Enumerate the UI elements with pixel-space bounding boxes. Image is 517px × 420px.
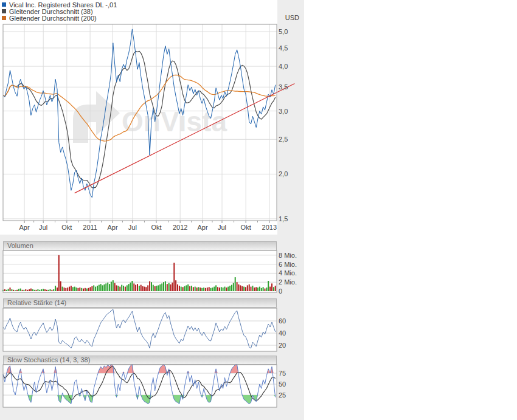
price-axis-label: 3,5 — [279, 83, 288, 91]
stochastic-axis-label: 25 — [279, 391, 286, 399]
month-axis-label: 2013 — [262, 224, 277, 231]
month-axis-label: Apr — [19, 224, 30, 231]
x-axis-ticks — [24, 221, 269, 223]
rsi-axis-label: 60 — [279, 317, 286, 325]
price-axis-label: 4,5 — [279, 44, 288, 52]
price-axis-label: 2,5 — [279, 136, 288, 143]
month-axis-label: Jul — [218, 224, 226, 231]
rsi-axis-label: 20 — [279, 342, 286, 349]
price-axis-label: 2,0 — [279, 170, 288, 177]
rsi-axis-label: 40 — [279, 329, 286, 337]
month-axis-label: Jul — [39, 224, 47, 231]
chart-widget: Vical Inc. Registered Shares DL -,01Glei… — [0, 0, 304, 420]
price-axis-label: 4,0 — [279, 63, 288, 70]
volume-axis-label: 2 Mio. — [279, 278, 297, 286]
month-axis-label: Okt — [151, 224, 161, 231]
stochastic-axis-label: 50 — [279, 380, 286, 388]
month-axis-label: Apr — [197, 224, 207, 231]
month-axis-label: Okt — [61, 224, 72, 231]
volume-axis-label: 0 — [279, 287, 282, 295]
volume-axis-label: 8 Mio. — [279, 252, 297, 259]
volume-axis-label: 6 Mio. — [279, 261, 297, 268]
chart-canvas: OnVista — [0, 0, 304, 420]
price-axis-label: 1,5 — [279, 215, 288, 222]
price-axis-label: 5,0 — [279, 28, 288, 35]
page: Vical Inc. Registered Shares DL -,01Glei… — [0, 0, 517, 420]
price-axis-label: 3,0 — [279, 108, 288, 115]
month-axis-label: 2012 — [173, 224, 187, 231]
month-axis-label: 2011 — [83, 224, 97, 231]
month-axis-label: Okt — [241, 224, 251, 231]
stochastic-axis-label: 75 — [279, 370, 286, 377]
volume-axis-label: 4 Mio. — [279, 269, 297, 277]
month-axis-label: Jul — [128, 224, 137, 231]
svg-text:OnVista: OnVista — [122, 106, 227, 137]
month-axis-label: Apr — [107, 224, 117, 231]
